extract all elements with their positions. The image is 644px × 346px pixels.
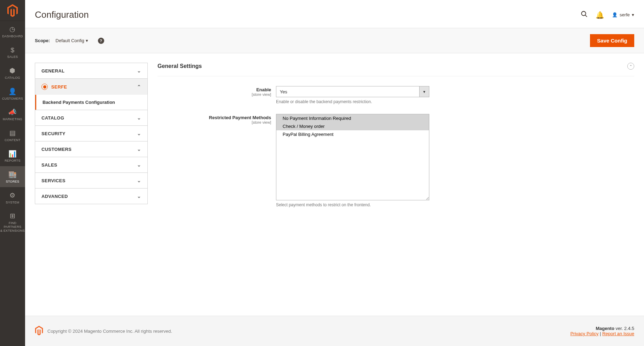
nav-dashboard[interactable]: ◷ DASHBOARD <box>0 21 25 42</box>
nav-dashboard-label: DASHBOARD <box>2 34 23 38</box>
restricted-hint: Select payment methods to restrict on th… <box>276 202 429 207</box>
chevron-down-icon: ⌄ <box>137 68 141 74</box>
collapse-button[interactable]: ⌃ <box>627 63 634 70</box>
subtab-backend-payments[interactable]: Backend Payments Configuration <box>35 95 147 110</box>
chevron-down-icon: ⌄ <box>137 162 141 168</box>
chevron-down-icon: ⌄ <box>137 131 141 136</box>
option-check-money-order[interactable]: Check / Money order <box>276 122 429 130</box>
tab-security-label: SECURITY <box>41 131 66 136</box>
tab-advanced-label: ADVANCED <box>41 194 68 199</box>
restricted-methods-multiselect[interactable]: No Payment Information Required Check / … <box>276 114 429 200</box>
tab-serfe-label: SERFE <box>51 84 67 90</box>
serfe-icon <box>41 84 48 90</box>
field-restricted-methods: Restricted Payment Methods [store view] … <box>158 114 634 207</box>
user-avatar-icon: 👤 <box>612 12 618 17</box>
chevron-down-icon: ⌄ <box>137 115 141 121</box>
privacy-policy-link[interactable]: Privacy Policy <box>570 331 599 336</box>
magento-logo[interactable] <box>0 0 25 21</box>
chevron-down-icon: ⌄ <box>137 193 141 199</box>
nav-reports-label: REPORTS <box>5 159 20 163</box>
chevron-down-icon: ⌄ <box>137 178 141 183</box>
nav-marketing[interactable]: 📣 MARKETING <box>0 104 25 125</box>
chevron-down-icon: ▼ <box>419 86 429 97</box>
nav-catalog-label: CATALOG <box>5 76 20 80</box>
settings-pane: General Settings ⌃ Enable [store view] Y… <box>158 63 634 306</box>
tab-catalog-label: CATALOG <box>41 115 64 121</box>
scope-label: Scope: <box>35 38 50 43</box>
field-enable-label: Enable <box>158 87 271 92</box>
nav-stores-label: STORES <box>6 180 20 184</box>
chevron-down-icon: ▾ <box>632 12 634 17</box>
config-tabs: GENERAL ⌄ SERFE ⌃ Backend Payments Confi… <box>35 63 148 306</box>
page-footer: Copyright © 2024 Magento Commerce Inc. A… <box>25 316 644 346</box>
svg-point-0 <box>582 11 586 15</box>
nav-catalog[interactable]: ⬢ CATALOG <box>0 62 25 83</box>
scope-select[interactable]: Default Config ▾ <box>55 38 88 43</box>
admin-sidebar: ◷ DASHBOARD $ SALES ⬢ CATALOG 👤 CUSTOMER… <box>0 0 25 346</box>
notifications-icon[interactable]: 🔔 <box>596 11 604 19</box>
main-content: Configuration 🔔 👤 serfe ▾ Scope: Default… <box>25 0 644 346</box>
nav-sales[interactable]: $ SALES <box>0 42 25 63</box>
option-no-payment-info[interactable]: No Payment Information Required <box>276 114 429 122</box>
user-name: serfe <box>620 12 630 17</box>
chevron-up-icon: ⌃ <box>137 84 141 90</box>
enable-select-value: Yes <box>280 89 287 94</box>
nav-find-partners[interactable]: ⊞ FIND PARTNERS & EXTENSIONS <box>0 208 25 236</box>
nav-stores[interactable]: 🏬 STORES <box>0 166 25 187</box>
section-title: General Settings <box>158 63 202 69</box>
save-config-button[interactable]: Save Config <box>590 34 634 47</box>
svg-line-1 <box>585 15 587 17</box>
tab-security[interactable]: SECURITY ⌄ <box>35 126 147 141</box>
chevron-down-icon: ▾ <box>86 38 88 43</box>
layout-icon: ▤ <box>9 129 16 137</box>
enable-select[interactable]: Yes ▼ <box>276 86 429 97</box>
tab-general-label: GENERAL <box>41 68 64 74</box>
chevron-up-icon: ⌃ <box>629 64 632 68</box>
option-paypal-billing[interactable]: PayPal Billing Agreement <box>276 130 429 138</box>
nav-system-label: SYSTEM <box>6 201 20 205</box>
nav-reports[interactable]: 📊 REPORTS <box>0 146 25 167</box>
gauge-icon: ◷ <box>9 25 15 33</box>
tab-sales-label: SALES <box>41 162 57 168</box>
tab-general[interactable]: GENERAL ⌄ <box>35 63 147 78</box>
nav-find-partners-label: FIND PARTNERS & EXTENSIONS <box>0 221 25 232</box>
puzzle-icon: ⊞ <box>10 212 15 220</box>
tab-advanced[interactable]: ADVANCED ⌄ <box>35 189 147 204</box>
field-enable: Enable [store view] Yes ▼ Enable or disa… <box>158 86 634 104</box>
megaphone-icon: 📣 <box>8 108 17 116</box>
tab-services-label: SERVICES <box>41 178 66 183</box>
gear-icon: ⚙ <box>9 192 15 200</box>
scope-help-icon[interactable]: ? <box>98 38 104 44</box>
tab-customers[interactable]: CUSTOMERS ⌄ <box>35 141 147 157</box>
nav-marketing-label: MARKETING <box>3 117 22 121</box>
footer-sep: | <box>599 331 603 336</box>
tab-services[interactable]: SERVICES ⌄ <box>35 173 147 188</box>
nav-content-label: CONTENT <box>5 138 21 142</box>
store-icon: 🏬 <box>8 171 17 179</box>
enable-hint: Enable or disable the backend payments r… <box>276 99 429 104</box>
dollar-icon: $ <box>11 46 15 54</box>
scope-value: Default Config <box>55 38 84 43</box>
version-text: ver. 2.4.5 <box>614 326 634 331</box>
magento-logo-icon <box>7 4 18 17</box>
report-issue-link[interactable]: Report an Issue <box>602 331 634 336</box>
field-restricted-label: Restricted Payment Methods <box>158 115 271 120</box>
magento-logo-icon <box>35 326 43 336</box>
user-menu[interactable]: 👤 serfe ▾ <box>612 12 634 17</box>
tab-catalog[interactable]: CATALOG ⌄ <box>35 110 147 125</box>
page-title: Configuration <box>35 9 89 20</box>
chevron-down-icon: ⌄ <box>137 146 141 152</box>
tab-serfe[interactable]: SERFE ⌃ <box>35 79 147 95</box>
magento-label: Magento <box>596 326 614 331</box>
nav-system[interactable]: ⚙ SYSTEM <box>0 187 25 208</box>
search-icon[interactable] <box>581 10 588 20</box>
nav-customers[interactable]: 👤 CUSTOMERS <box>0 83 25 104</box>
field-restricted-scope: [store view] <box>158 120 271 124</box>
tab-sales[interactable]: SALES ⌄ <box>35 157 147 172</box>
copyright-text: Copyright © 2024 Magento Commerce Inc. A… <box>47 329 172 334</box>
box-icon: ⬢ <box>9 67 15 75</box>
nav-customers-label: CUSTOMERS <box>2 97 23 101</box>
person-icon: 👤 <box>8 88 17 96</box>
nav-content[interactable]: ▤ CONTENT <box>0 125 25 146</box>
tab-customers-label: CUSTOMERS <box>41 147 71 152</box>
